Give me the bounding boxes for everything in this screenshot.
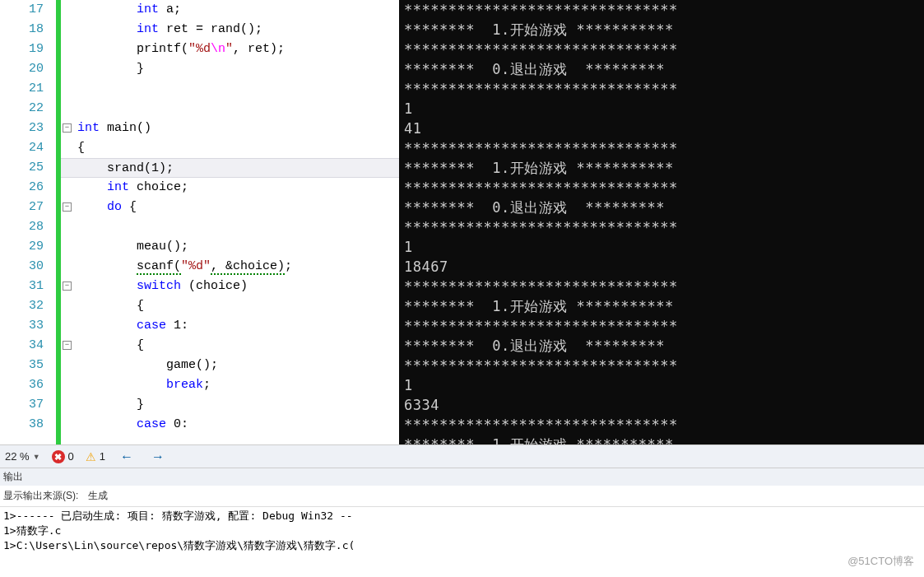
code-line[interactable]: printf("%d\n", ret); [61,40,399,59]
code-line[interactable] [61,99,399,119]
code-line[interactable]: scanf("%d", &choice); [61,257,399,277]
code-line[interactable]: case 1: [61,316,399,336]
warning-value: 1 [100,450,105,463]
code-area[interactable]: int a; int ret = rand(); printf("%d\n", … [61,0,399,435]
line-number: 26 [0,178,56,198]
line-number: 23 [0,119,56,138]
fold-toggle-icon[interactable]: − [63,123,72,133]
console-line: 6334 [404,395,919,415]
console-line: ******************************* [404,415,919,435]
code-line[interactable]: − { [61,336,399,356]
line-number: 33 [0,316,56,336]
console-line: ******** 0.退出游戏 ********* [404,198,919,217]
code-line[interactable]: break; [61,375,399,395]
console-line: ******************************* [404,316,919,336]
console-line: ******************************* [404,0,919,20]
line-number: 22 [0,99,56,119]
code-line[interactable]: srand(1); [61,158,399,178]
console-line: 1 [404,237,919,257]
line-number: 31 [0,277,56,296]
console-line: ******** 0.退出游戏 ********* [404,59,919,79]
error-value: 0 [68,450,74,463]
console-line: ******************************* [404,79,919,99]
code-line[interactable]: } [61,59,399,79]
code-line[interactable]: { [61,296,399,316]
code-line[interactable]: int a; [61,0,399,20]
console-line: ******************************* [404,356,919,375]
code-line[interactable]: −int main() [61,119,399,138]
line-number: 17 [0,0,56,20]
code-line[interactable]: int ret = rand(); [61,20,399,40]
fold-toggle-icon[interactable]: − [63,202,72,212]
code-line[interactable]: } [61,395,399,415]
line-number: 37 [0,395,56,415]
line-number: 20 [0,59,56,79]
console-line: 1 [404,99,919,119]
fold-toggle-icon[interactable]: − [63,282,72,291]
output-tab-label[interactable]: 输出 [3,470,23,484]
code-line[interactable]: game(); [61,356,399,375]
code-line[interactable]: case 0: [61,415,399,435]
warning-icon: ⚠ [86,450,96,463]
output-source-dropdown[interactable]: 生成 [85,487,147,505]
line-number: 24 [0,138,56,158]
code-line[interactable] [61,79,399,99]
output-source-label: 显示输出来源(S): [3,489,78,503]
nav-forward-button[interactable]: → [148,449,168,464]
line-number: 30 [0,257,56,277]
output-body: 1>------ 已启动生成: 项目: 猜数字游戏, 配置: Debug Win… [0,507,924,555]
output-line: 1>猜数字.c [3,523,921,538]
output-line: 1>------ 已启动生成: 项目: 猜数字游戏, 配置: Debug Win… [3,509,921,523]
output-line: 1>C:\Users\Lin\source\repos\猜数字游戏\猜数字游戏\… [3,538,921,553]
console-line: ******** 1.开始游戏 *********** [404,158,919,178]
line-number: 29 [0,237,56,257]
line-number: 36 [0,375,56,395]
console-line: 18467 [404,257,919,277]
fold-toggle-icon[interactable]: − [63,341,72,350]
line-number: 34 [0,336,56,356]
line-number: 27 [0,198,56,217]
console-line: ******** 1.开始游戏 *********** [404,435,919,444]
code-line[interactable] [61,217,399,237]
code-line[interactable]: meau(); [61,237,399,257]
chevron-down-icon: ▼ [33,453,40,461]
line-number: 18 [0,20,56,40]
code-line[interactable]: int choice; [61,178,399,198]
zoom-value: 22 % [5,450,30,463]
line-number: 25 [0,158,56,178]
line-number: 28 [0,217,56,237]
console-line: ******************************* [404,277,919,296]
watermark: @51CTO博客 [847,554,914,569]
line-number: 32 [0,296,56,316]
line-number: 38 [0,415,56,435]
console-line: ******** 0.退出游戏 ********* [404,336,919,356]
code-editor[interactable]: 1718192021222324252627282930313233343536… [0,0,399,444]
error-count[interactable]: ✖ 0 [52,450,74,463]
warning-count[interactable]: ⚠ 1 [86,450,105,463]
zoom-level[interactable]: 22 % ▼ [5,450,40,463]
line-number: 35 [0,356,56,375]
console-line: ******** 1.开始游戏 *********** [404,20,919,40]
console-line: ******** 1.开始游戏 *********** [404,296,919,316]
nav-back-button[interactable]: ← [117,449,137,464]
console-line: 41 [404,119,919,138]
line-number: 19 [0,40,56,59]
line-number-gutter: 1718192021222324252627282930313233343536… [0,0,56,435]
console-line: 1 [404,375,919,395]
output-panel-header: 输出 [0,468,924,486]
console-line: ******************************* [404,40,919,59]
code-line[interactable]: − switch (choice) [61,277,399,296]
output-source-row: 显示输出来源(S): 生成 [0,486,924,507]
console-line: ******************************* [404,217,919,237]
error-icon: ✖ [52,450,65,463]
editor-statusbar: 22 % ▼ ✖ 0 ⚠ 1 ← → [0,444,924,468]
console-output: *************************************** … [399,0,924,444]
code-line[interactable]: { [61,138,399,158]
code-line[interactable]: − do { [61,198,399,217]
console-line: ******************************* [404,138,919,158]
console-line: ******************************* [404,178,919,198]
line-number: 21 [0,79,56,99]
